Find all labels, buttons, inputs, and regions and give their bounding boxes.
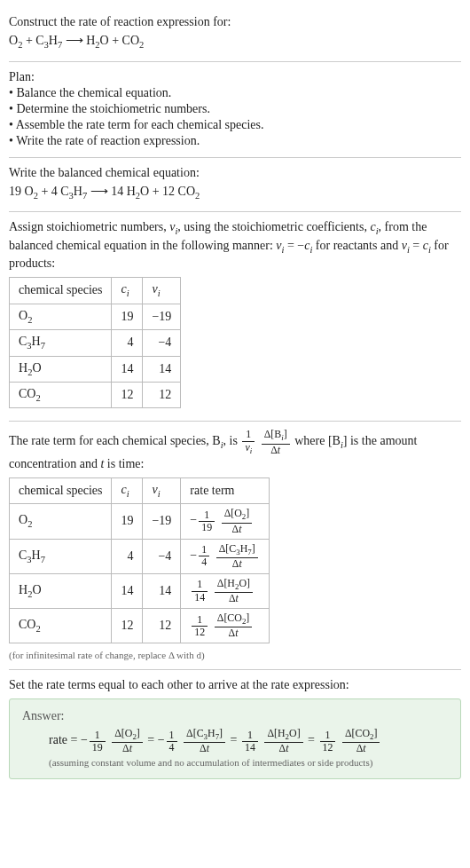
col-species: chemical species — [10, 278, 112, 304]
prompt-text: Construct the rate of reaction expressio… — [9, 14, 461, 30]
assign-text: Assign stoichiometric numbers, νi, using… — [9, 219, 461, 272]
balanced-section: Write the balanced chemical equation: 19… — [9, 158, 461, 212]
rate-term-intro: The rate term for each chemical species,… — [9, 429, 461, 471]
table-row: O2 19 −19 — [10, 304, 181, 329]
set-equal-text: Set the rate terms equal to each other t… — [9, 677, 461, 693]
table-row: H2O 14 14 — [10, 356, 181, 382]
table-row: H2O 14 14 114 Δ[H2O]Δt — [10, 573, 270, 608]
balanced-title: Write the balanced chemical equation: — [9, 165, 461, 181]
fraction: 1νi — [242, 429, 255, 455]
col-species: chemical species — [10, 477, 112, 503]
answer-expression: rate = −119 Δ[O2]Δt = −14 Δ[C3H7]Δt = 11… — [49, 728, 448, 754]
plan-item: • Balance the chemical equation. — [9, 85, 461, 101]
col-nui: νi — [143, 278, 181, 304]
answer-box: Answer: rate = −119 Δ[O2]Δt = −14 Δ[C3H7… — [9, 698, 461, 779]
answer-assumption: (assuming constant volume and no accumul… — [49, 756, 448, 769]
plan-section: Plan: • Balance the chemical equation. •… — [9, 62, 461, 157]
rate-term-table: chemical species ci νi rate term O2 19 −… — [9, 477, 270, 644]
plan-title: Plan: — [9, 69, 461, 85]
plan-item: • Determine the stoichiometric numbers. — [9, 101, 461, 117]
stoich-table: chemical species ci νi O2 19 −19 C3H7 4 … — [9, 277, 181, 408]
col-ci: ci — [112, 278, 143, 304]
assign-section: Assign stoichiometric numbers, νi, using… — [9, 212, 461, 421]
answer-label: Answer: — [22, 708, 448, 724]
table-row: C3H7 4 −4 −14 Δ[C3H7]Δt — [10, 539, 270, 573]
balanced-equation: 19 O2 + 4 C3H7 ⟶ 14 H2O + 12 CO2 — [9, 184, 461, 201]
col-ci: ci — [112, 477, 143, 503]
reaction-equation: O2 + C3H7 ⟶ H2O + CO2 — [9, 33, 461, 51]
table-row: C3H7 4 −4 — [10, 330, 181, 356]
col-nui: νi — [143, 477, 181, 503]
plan-item: • Write the rate of reaction expression. — [9, 133, 461, 149]
table-row: CO2 12 12 112 Δ[CO2]Δt — [10, 609, 270, 643]
fraction: Δ[Bi]Δt — [262, 429, 290, 455]
table-header-row: chemical species ci νi rate term — [10, 477, 270, 503]
col-rate-term: rate term — [181, 477, 269, 503]
infinitesimal-note: (for infinitesimal rate of change, repla… — [9, 649, 461, 661]
table-row: O2 19 −19 −119 Δ[O2]Δt — [10, 504, 270, 539]
problem-header: Construct the rate of reaction expressio… — [9, 7, 461, 61]
table-row: CO2 12 12 — [10, 383, 181, 408]
plan-item: • Assemble the rate term for each chemic… — [9, 117, 461, 133]
table-header-row: chemical species ci νi — [10, 278, 181, 304]
rate-term-section: The rate term for each chemical species,… — [9, 422, 461, 668]
set-equal-section: Set the rate terms equal to each other t… — [9, 670, 461, 786]
